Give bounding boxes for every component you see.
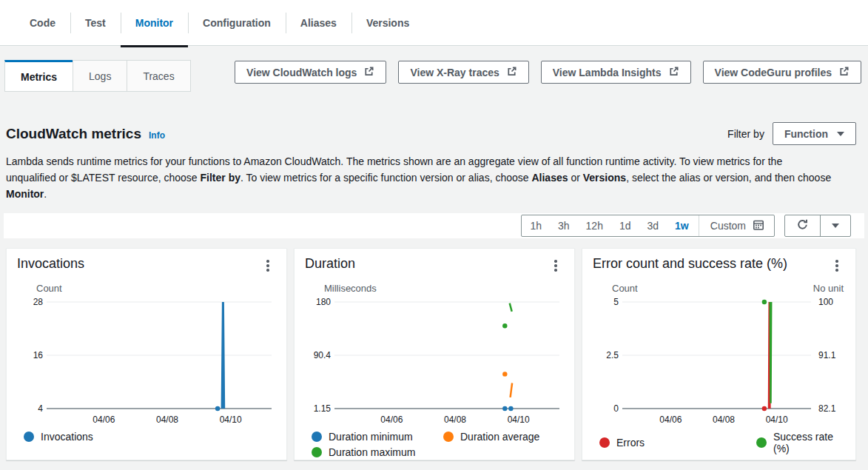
svg-text:1.15: 1.15 (314, 403, 332, 414)
legend-item-duration-maximum[interactable]: Duration maximum (312, 446, 443, 458)
range-12h[interactable]: 12h (578, 215, 611, 236)
svg-text:90.4: 90.4 (314, 350, 332, 360)
legend-swatch (756, 437, 767, 448)
refresh-button[interactable] (785, 215, 820, 236)
y-axis-label: Count (36, 283, 62, 295)
external-link-icon (668, 66, 679, 79)
view-codeguru-profiles-button[interactable]: View CodeGuru profiles (703, 61, 861, 84)
external-link-icon (363, 66, 374, 79)
duration-plot: 18090.41.1504/0604/0804/10 (305, 296, 564, 431)
chart-title: Invocations (17, 256, 84, 272)
external-link-icon (838, 66, 850, 79)
function-tabbar: Code Test Monitor Configuration Aliases … (0, 0, 868, 46)
range-1w[interactable]: 1w (667, 215, 697, 236)
chart-title: Error count and success rate (%) (593, 256, 787, 272)
chart-menu-kebab-icon[interactable] (548, 258, 564, 274)
y-axis-left-label: Count (612, 283, 638, 295)
range-1h[interactable]: 1h (522, 215, 550, 236)
svg-text:04/10: 04/10 (220, 414, 242, 425)
view-xray-traces-button[interactable]: View X-Ray traces (398, 61, 528, 84)
range-3d[interactable]: 3d (639, 215, 667, 236)
legend-label: Errors (616, 437, 645, 449)
legend-item-duration-minimum[interactable]: Duration minimum (312, 431, 443, 443)
info-link[interactable]: Info (149, 130, 165, 141)
chart-legend: ErrorsSuccess rate (%) (599, 431, 845, 454)
legend-swatch (312, 432, 322, 442)
legend-swatch (24, 432, 34, 442)
svg-text:04/06: 04/06 (380, 414, 403, 425)
svg-text:0: 0 (613, 403, 619, 414)
metrics-description: Lambda sends runtime metrics for your fu… (6, 153, 835, 202)
svg-text:4: 4 (38, 403, 43, 414)
external-link-icon (506, 66, 517, 79)
chevron-down-icon (832, 224, 839, 228)
view-cloudwatch-logs-button[interactable]: View CloudWatch logs (235, 61, 386, 84)
legend-swatch (599, 437, 610, 448)
legend-item-invocations[interactable]: Invocations (24, 431, 93, 443)
y-axis-label: Milliseconds (324, 283, 377, 295)
filter-dropdown[interactable]: Function (773, 122, 856, 145)
legend-label: Duration average (460, 431, 539, 443)
tab-test[interactable]: Test (70, 0, 121, 46)
custom-label: Custom (710, 220, 746, 232)
y-axis-right-label: No unit (813, 283, 844, 295)
tab-configuration[interactable]: Configuration (188, 0, 286, 46)
tab-aliases[interactable]: Aliases (286, 0, 351, 46)
external-actions: View CloudWatch logs View X-Ray traces V… (235, 61, 861, 84)
legend-item-success-rate[interactable]: Success rate (%) (756, 431, 845, 454)
legend-swatch (443, 432, 454, 442)
chart-svg: 2816404/0604/0804/10 (17, 296, 277, 428)
tab-code[interactable]: Code (15, 0, 70, 46)
tab-monitor[interactable]: Monitor (121, 0, 188, 46)
chart-legend: Invocations (24, 431, 276, 443)
divider (699, 215, 699, 236)
svg-text:04/08: 04/08 (444, 414, 466, 425)
legend-item-duration-average[interactable]: Duration average (443, 431, 564, 443)
chart-menu-kebab-icon[interactable] (829, 258, 845, 274)
metrics-header-row: CloudWatch metrics Info Filter by Functi… (6, 122, 856, 145)
errors-plot: 51002.591.1082.104/0604/0804/10 (593, 296, 845, 431)
monitor-subtabs: Metrics Logs Traces (4, 60, 191, 92)
legend-label: Duration minimum (329, 431, 413, 443)
monitor-toolbar: Metrics Logs Traces View CloudWatch logs… (4, 60, 861, 92)
page-title: CloudWatch metrics (6, 126, 141, 142)
tab-versions[interactable]: Versions (351, 0, 424, 46)
svg-text:04/08: 04/08 (156, 414, 178, 425)
button-label: View CloudWatch logs (246, 67, 357, 78)
svg-text:100: 100 (818, 297, 833, 307)
subtab-metrics[interactable]: Metrics (4, 60, 73, 92)
chart-card-duration: Duration Milliseconds 18090.41.1504/0604… (294, 248, 575, 460)
svg-text:180: 180 (316, 297, 331, 307)
refresh-icon (796, 218, 809, 234)
refresh-options-dropdown[interactable] (820, 215, 850, 236)
charts-row: Invocations Count 2816404/0604/0804/10 I… (6, 248, 862, 460)
legend-label: Invocations (41, 431, 93, 443)
svg-text:82.1: 82.1 (818, 403, 836, 414)
range-3h[interactable]: 3h (550, 215, 578, 236)
range-custom[interactable]: Custom (701, 219, 774, 233)
svg-text:91.1: 91.1 (818, 350, 836, 360)
legend-swatch (312, 447, 322, 457)
chart-svg: 18090.41.1504/0604/0804/10 (305, 296, 565, 428)
subtab-logs[interactable]: Logs (73, 60, 127, 92)
legend-item-errors[interactable]: Errors (599, 431, 756, 454)
legend-label: Success rate (%) (773, 431, 845, 454)
svg-text:04/10: 04/10 (508, 414, 530, 425)
svg-text:28: 28 (33, 297, 44, 307)
chevron-down-icon (837, 132, 844, 136)
svg-text:04/10: 04/10 (766, 414, 788, 425)
time-range-group: 1h 3h 12h 1d 3d 1w Custom (521, 215, 775, 237)
chart-menu-kebab-icon[interactable] (260, 258, 276, 274)
chart-card-invocations: Invocations Count 2816404/0604/0804/10 I… (6, 248, 287, 460)
time-range-bar: 1h 3h 12h 1d 3d 1w Custom (4, 213, 864, 238)
svg-text:04/08: 04/08 (713, 414, 735, 425)
range-1d[interactable]: 1d (611, 215, 639, 236)
button-label: View CodeGuru profiles (715, 67, 832, 78)
invocations-plot: 2816404/0604/0804/10 (17, 296, 276, 431)
chart-svg: 51002.591.1082.104/0604/0804/10 (593, 296, 847, 428)
subtab-traces[interactable]: Traces (127, 60, 190, 92)
chart-card-errors: Error count and success rate (%) Count N… (582, 248, 856, 460)
svg-text:5: 5 (613, 297, 619, 307)
button-label: View X-Ray traces (410, 67, 499, 78)
view-lambda-insights-button[interactable]: View Lambda Insights (541, 61, 691, 84)
